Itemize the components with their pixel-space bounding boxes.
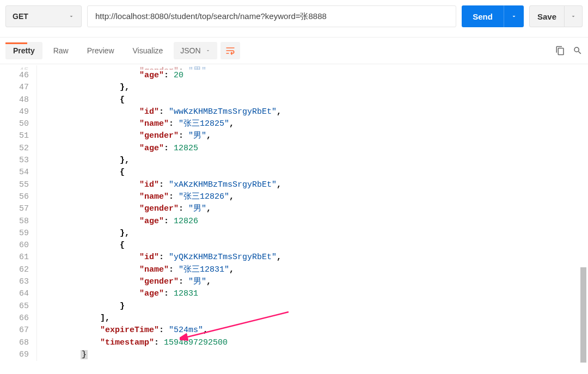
search-icon[interactable] [573, 46, 583, 56]
response-body[interactable]: 4546474849505152535455565758596061626364… [0, 64, 588, 361]
chevron-down-icon [205, 48, 211, 53]
response-header: Pretty Raw Preview Visualize JSON [0, 37, 588, 64]
tab-preview[interactable]: Preview [79, 42, 122, 59]
wrap-icon [225, 45, 236, 56]
send-label: Send [462, 12, 504, 21]
save-dropdown[interactable] [565, 13, 582, 20]
tab-raw[interactable]: Raw [46, 42, 76, 59]
scrollbar[interactable] [580, 73, 586, 361]
scroll-thumb[interactable] [580, 267, 586, 361]
send-button[interactable]: Send [462, 5, 524, 27]
view-tabs: Pretty Raw Preview Visualize JSON [5, 42, 240, 59]
save-button[interactable]: Save [529, 5, 583, 27]
code-content: "gender": "男","age": 20},{"id": "wwKzKHM… [41, 65, 588, 361]
format-select[interactable]: JSON [174, 42, 217, 59]
tab-visualize[interactable]: Visualize [125, 42, 171, 59]
chevron-down-icon [511, 13, 517, 20]
url-input[interactable] [87, 5, 456, 27]
chevron-down-icon [570, 13, 577, 20]
method-label: GET [13, 12, 28, 21]
method-select[interactable]: GET [5, 5, 82, 27]
request-toolbar: GET Send Save [0, 0, 588, 33]
response-actions [555, 46, 583, 56]
send-dropdown[interactable] [504, 13, 524, 20]
format-label: JSON [180, 46, 200, 55]
save-label: Save [530, 12, 564, 21]
line-gutter: 4546474849505152535455565758596061626364… [0, 65, 37, 361]
tab-pretty[interactable]: Pretty [5, 42, 42, 59]
wrap-button[interactable] [220, 42, 240, 59]
copy-icon[interactable] [555, 46, 565, 56]
chevron-down-icon [68, 13, 75, 20]
